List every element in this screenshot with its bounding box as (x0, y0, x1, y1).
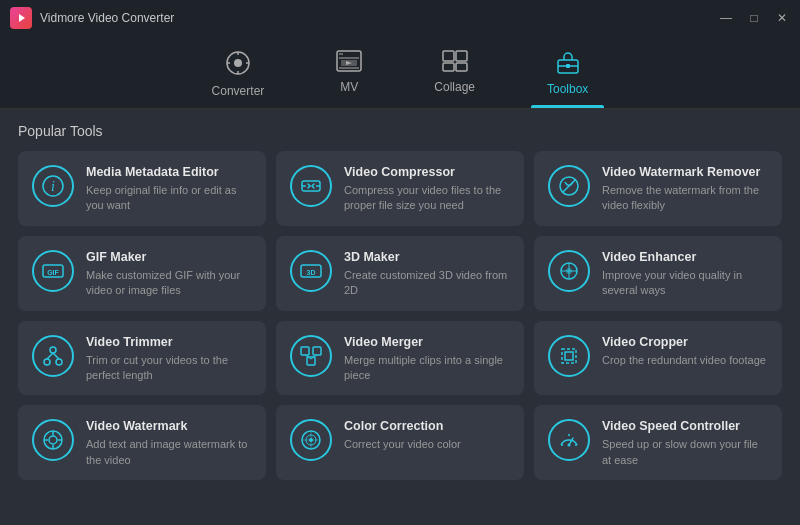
svg-rect-33 (313, 347, 321, 355)
tool-card-video-watermark[interactable]: Video WatermarkAdd text and image waterm… (18, 405, 266, 480)
video-trimmer-icon (32, 335, 74, 377)
video-cropper-name: Video Cropper (602, 335, 768, 349)
color-correction-name: Color Correction (344, 419, 510, 433)
tool-card-video-cropper[interactable]: Video CropperCrop the redundant video fo… (534, 321, 782, 396)
video-trimmer-name: Video Trimmer (86, 335, 252, 349)
svg-rect-38 (565, 352, 573, 360)
video-merger-icon (290, 335, 332, 377)
video-merger-info: Video MergerMerge multiple clips into a … (344, 335, 510, 384)
tool-card-video-merger[interactable]: Video MergerMerge multiple clips into a … (276, 321, 524, 396)
title-bar-left: Vidmore Video Converter (10, 7, 174, 29)
gif-maker-desc: Make customized GIF with your video or i… (86, 268, 252, 299)
svg-point-26 (566, 268, 572, 274)
nav-label-converter: Converter (212, 84, 265, 98)
tool-card-media-metadata-editor[interactable]: i Media Metadata EditorKeep original fil… (18, 151, 266, 226)
nav-item-collage[interactable]: Collage (418, 44, 491, 108)
collage-icon (442, 50, 468, 76)
media-metadata-editor-name: Media Metadata Editor (86, 165, 252, 179)
svg-point-40 (49, 436, 57, 444)
mv-icon (336, 50, 362, 76)
3d-maker-info: 3D MakerCreate customized 3D video from … (344, 250, 510, 299)
media-metadata-editor-info: Media Metadata EditorKeep original file … (86, 165, 252, 214)
gif-maker-info: GIF MakerMake customized GIF with your v… (86, 250, 252, 299)
video-speed-controller-info: Video Speed ControllerSpeed up or slow d… (602, 419, 768, 468)
svg-point-27 (44, 359, 50, 365)
tool-card-color-correction[interactable]: Color CorrectionCorrect your video color (276, 405, 524, 480)
video-watermark-info: Video WatermarkAdd text and image waterm… (86, 419, 252, 468)
svg-rect-32 (301, 347, 309, 355)
svg-line-20 (563, 180, 575, 192)
video-cropper-icon (548, 335, 590, 377)
nav-item-converter[interactable]: Converter (196, 44, 281, 108)
video-merger-desc: Merge multiple clips into a single piece (344, 353, 510, 384)
tool-card-video-speed-controller[interactable]: Video Speed ControllerSpeed up or slow d… (534, 405, 782, 480)
section-title: Popular Tools (18, 123, 782, 139)
svg-point-3 (234, 59, 242, 67)
tool-card-video-watermark-remover[interactable]: Video Watermark RemoverRemove the waterm… (534, 151, 782, 226)
gif-maker-icon: GIF (32, 250, 74, 292)
svg-rect-13 (566, 64, 570, 68)
video-speed-controller-desc: Speed up or slow down your file at ease (602, 437, 768, 468)
app-title: Vidmore Video Converter (40, 11, 174, 25)
tool-card-video-compressor[interactable]: Video CompressorCompress your video file… (276, 151, 524, 226)
color-correction-icon (290, 419, 332, 461)
svg-rect-10 (456, 63, 467, 71)
svg-point-28 (56, 359, 62, 365)
nav-label-mv: MV (340, 80, 358, 94)
svg-rect-9 (443, 63, 454, 71)
converter-icon (225, 50, 251, 80)
close-button[interactable]: ✕ (774, 11, 790, 25)
minimize-button[interactable]: — (718, 11, 734, 25)
tool-card-video-enhancer[interactable]: Video EnhancerImprove your video quality… (534, 236, 782, 311)
svg-rect-7 (443, 51, 454, 61)
color-correction-info: Color CorrectionCorrect your video color (344, 419, 510, 452)
video-watermark-remover-icon (548, 165, 590, 207)
nav-item-toolbox[interactable]: Toolbox (531, 44, 604, 108)
media-metadata-editor-desc: Keep original file info or edit as you w… (86, 183, 252, 214)
svg-text:3D: 3D (307, 269, 316, 276)
media-metadata-editor-icon: i (32, 165, 74, 207)
video-cropper-desc: Crop the redundant video footage (602, 353, 768, 368)
nav-item-mv[interactable]: MV (320, 44, 378, 108)
video-enhancer-icon (548, 250, 590, 292)
3d-maker-desc: Create customized 3D video from 2D (344, 268, 510, 299)
video-compressor-name: Video Compressor (344, 165, 510, 179)
nav-bar: Converter MV Collage (0, 36, 800, 109)
video-compressor-desc: Compress your video files to the proper … (344, 183, 510, 214)
app-logo (10, 7, 32, 29)
svg-text:GIF: GIF (47, 269, 59, 276)
tool-card-video-trimmer[interactable]: Video TrimmerTrim or cut your videos to … (18, 321, 266, 396)
window-controls: — □ ✕ (718, 11, 790, 25)
svg-rect-8 (456, 51, 467, 61)
svg-line-30 (47, 353, 53, 359)
svg-point-29 (50, 347, 56, 353)
color-correction-desc: Correct your video color (344, 437, 510, 452)
video-watermark-remover-info: Video Watermark RemoverRemove the waterm… (602, 165, 768, 214)
maximize-button[interactable]: □ (746, 11, 762, 25)
video-watermark-remover-name: Video Watermark Remover (602, 165, 768, 179)
video-cropper-info: Video CropperCrop the redundant video fo… (602, 335, 768, 368)
video-watermark-remover-desc: Remove the watermark from the video flex… (602, 183, 768, 214)
video-enhancer-desc: Improve your video quality in several wa… (602, 268, 768, 299)
nav-label-collage: Collage (434, 80, 475, 94)
title-bar: Vidmore Video Converter — □ ✕ (0, 0, 800, 36)
svg-point-51 (568, 444, 571, 447)
video-merger-name: Video Merger (344, 335, 510, 349)
svg-rect-34 (307, 357, 315, 365)
video-watermark-desc: Add text and image watermark to the vide… (86, 437, 252, 468)
gif-maker-name: GIF Maker (86, 250, 252, 264)
3d-maker-icon: 3D (290, 250, 332, 292)
video-trimmer-info: Video TrimmerTrim or cut your videos to … (86, 335, 252, 384)
video-watermark-icon (32, 419, 74, 461)
nav-label-toolbox: Toolbox (547, 82, 588, 96)
toolbox-icon (555, 50, 581, 78)
video-compressor-icon (290, 165, 332, 207)
svg-text:i: i (51, 179, 55, 194)
video-enhancer-name: Video Enhancer (602, 250, 768, 264)
main-content: Popular Tools i Media Metadata EditorKee… (0, 109, 800, 525)
tools-grid: i Media Metadata EditorKeep original fil… (18, 151, 782, 480)
video-speed-controller-name: Video Speed Controller (602, 419, 768, 433)
tool-card-gif-maker[interactable]: GIF GIF MakerMake customized GIF with yo… (18, 236, 266, 311)
tool-card-3d-maker[interactable]: 3D 3D MakerCreate customized 3D video fr… (276, 236, 524, 311)
video-trimmer-desc: Trim or cut your videos to the perfect l… (86, 353, 252, 384)
